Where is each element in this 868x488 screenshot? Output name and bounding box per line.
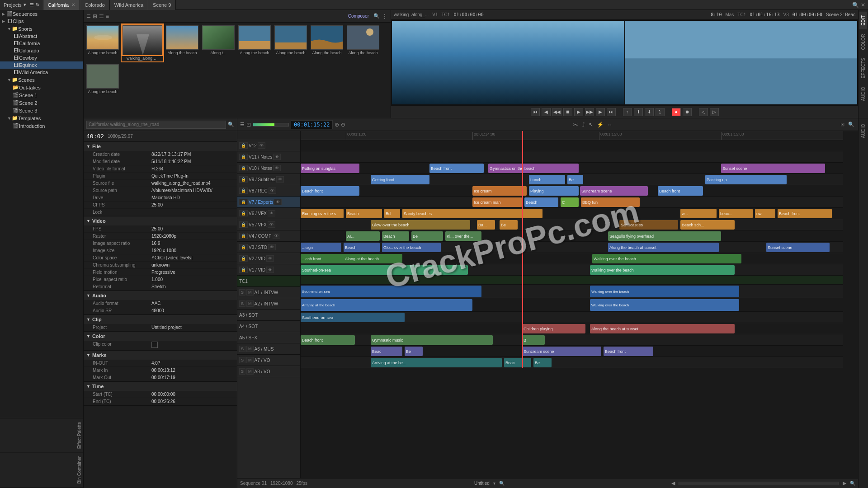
track-btn-eye-v3[interactable]: 👁 [268, 244, 276, 250]
icon-tl-scroll-right[interactable]: ▶ [843, 480, 846, 486]
track-btn-lock-v6[interactable]: 🔒 [239, 210, 248, 216]
clip-be-a6[interactable]: Be [405, 347, 423, 356]
clip-beach-sch[interactable]: Beach sch... [680, 220, 735, 230]
clip-suncream-a6[interactable]: Suncream scene [522, 347, 601, 356]
btn-audio-in[interactable]: ◁ [699, 108, 708, 116]
clip-sunset-scene[interactable]: Sunset scene [721, 164, 825, 173]
clip-beac-a7[interactable]: Beac [504, 358, 531, 367]
clip-be[interactable]: Be [567, 175, 583, 184]
tab-edit[interactable]: EDIT [859, 12, 867, 29]
clip-item-beach7[interactable]: Along the beach [85, 63, 120, 95]
marks-section-header[interactable]: ▼ Marks [84, 351, 237, 360]
clip-item-beach1[interactable]: Along the beach [85, 24, 120, 61]
clip-beac-a6[interactable]: Beac [371, 347, 402, 356]
btn-mark-in[interactable]: ⏮ [531, 108, 540, 116]
sidebar-item-scene3[interactable]: 🎬 Scene 3 [0, 107, 83, 114]
icon-bin-menu[interactable]: ☰ [86, 13, 91, 19]
sidebar-sequences[interactable]: ▶ 🎬 Sequences [0, 10, 83, 18]
clip-be5[interactable]: Be [500, 220, 518, 230]
clip-playing[interactable]: Playing [529, 186, 579, 196]
track-btn-m-a2[interactable]: M [246, 300, 254, 307]
clip-beach-front-v8b[interactable]: Beach front [658, 186, 703, 196]
track-btn-eye-v2[interactable]: 👁 [266, 255, 274, 262]
file-section-header[interactable]: ▼ File [84, 142, 237, 151]
track-btn-m-a6[interactable]: M [246, 346, 254, 352]
time-section-header[interactable]: ▼ Time [84, 382, 237, 391]
clip-southed-on-sea-v1[interactable]: Southed-on-sea [301, 265, 468, 275]
btn-audio-out[interactable]: ▷ [710, 108, 719, 116]
clip-ba-v5[interactable]: Ba... [477, 220, 495, 230]
icon-dropdown[interactable]: ▾ [493, 481, 495, 486]
clip-beach-v4[interactable]: Beach [382, 231, 409, 241]
inspector-search-input[interactable] [86, 121, 226, 129]
track-btn-s-a6[interactable]: S [239, 346, 245, 352]
track-btn-eye-v7[interactable]: 👁 [274, 199, 282, 205]
clip-be-v4[interactable]: Be [411, 231, 443, 241]
icon-options-bin[interactable]: ⋮ [382, 13, 388, 20]
clip-beach-v3[interactable]: Beach [344, 243, 380, 252]
sidebar-item-templates[interactable]: ▼ 📁 Templates [0, 114, 83, 122]
clip-walking-beach-v2[interactable]: Walking over the beach [592, 254, 741, 263]
clip-sunset-scene-v3[interactable]: Sunset scene [766, 243, 830, 252]
track-btn-eye-v9[interactable]: 👁 [276, 176, 284, 183]
clip-bbq-fun[interactable]: BBQ fun [581, 197, 640, 207]
track-btn-eye-v4[interactable]: 👁 [273, 233, 280, 239]
clip-ice-cream[interactable]: Ice cream [472, 186, 527, 196]
icon-lift[interactable]: ⤴ [582, 122, 585, 128]
track-btn-s-a1[interactable]: S [239, 289, 245, 296]
video-section-header[interactable]: ▼ Video [84, 216, 237, 225]
tab-audio[interactable]: AUDIO [859, 83, 867, 105]
icon-cut[interactable]: ✂ [573, 121, 578, 128]
clip-along-beach-v2[interactable]: Along at the beach [344, 254, 402, 263]
sidebar-item-wildamerica[interactable]: 🎞 Wild America [0, 69, 83, 76]
audio-tab[interactable]: AUDIO [859, 120, 867, 142]
icon-razor[interactable]: ⚡ [597, 122, 604, 128]
clip-sandcastles[interactable]: Sandcastles [619, 220, 678, 230]
sidebar-item-scenes[interactable]: ▼ 📁 Scenes [0, 76, 83, 84]
track-btn-lock-v10[interactable]: 🔒 [239, 165, 248, 171]
btn-stop[interactable]: ⏹ [563, 108, 572, 116]
track-btn-eye-v12[interactable]: 👁 [258, 142, 265, 149]
projects-dropdown[interactable]: Projects ▾ ☰ ↻ [0, 0, 43, 10]
icon-tl-snap[interactable]: ⊡ [246, 122, 251, 128]
color-section-header[interactable]: ▼ Color [84, 332, 237, 341]
track-btn-eye-v11[interactable]: 👁 [273, 154, 281, 160]
clip-beach-front-v10[interactable]: Beach front [429, 164, 484, 173]
clip-c[interactable]: C [561, 197, 579, 207]
track-btn-eye-v10[interactable]: 👁 [273, 165, 281, 171]
track-btn-s-a8[interactable]: S [239, 368, 245, 375]
clip-beach-front-a6[interactable]: Beach front [604, 347, 653, 356]
sidebar-item-equinox[interactable]: 🎞 Equinox [0, 61, 83, 69]
track-btn-lock-v9[interactable]: 🔒 [239, 176, 248, 183]
sidebar-item-colorado[interactable]: 🎞 Colorado [0, 47, 83, 54]
track-btn-m-a8[interactable]: M [246, 368, 254, 375]
clip-gymnastics[interactable]: Gymnastics on the beach [488, 164, 579, 173]
track-btn-m-a7[interactable]: M [246, 357, 254, 363]
tab-wild-america[interactable]: Wild America [110, 0, 148, 10]
clip-glow[interactable]: Glow over the beach [371, 220, 470, 230]
icon-search[interactable]: 🔍 [852, 2, 859, 8]
clip-beach-front-v6[interactable]: Beach front [778, 209, 832, 218]
icon-slip[interactable]: ↔ [607, 122, 613, 128]
clip-lunch[interactable]: Lunch [529, 175, 565, 184]
icon-tl-menu[interactable]: ☰ [240, 122, 245, 127]
clip-glow-v3[interactable]: Glo... over the beach [382, 243, 441, 252]
sidebar-item-cowboy[interactable]: 🎞 Cowboy [0, 54, 83, 61]
icon-grid-view[interactable]: ⊞ [93, 13, 97, 19]
clip-item-beach3[interactable]: Along the beach [237, 24, 272, 61]
clip-seagulls[interactable]: Seagulls flying overhead [608, 231, 721, 241]
bin-container-tab[interactable]: Bin Container [0, 453, 83, 488]
clip-nw[interactable]: nw [755, 209, 775, 218]
clip-putting-sunglass[interactable]: Putting on sunglas [301, 164, 359, 173]
btn-play[interactable]: ▶ [574, 108, 583, 116]
sidebar-item-intro[interactable]: 🎬 Introduction [0, 122, 83, 130]
btn-play-rev[interactable]: ◀◀ [552, 108, 561, 116]
icon-tl-collapse[interactable]: ⊖ [341, 122, 345, 128]
clip-beach-front-a5[interactable]: Beach front [301, 335, 355, 345]
clip-beachv[interactable]: beac... [719, 209, 753, 218]
tab-close-california[interactable]: ✕ [71, 2, 75, 7]
clip-running[interactable]: Running over the s [301, 209, 344, 218]
track-btn-eye-v6[interactable]: 👁 [268, 210, 275, 216]
audio-section-header[interactable]: ▼ Audio [84, 291, 237, 300]
clip-beach-v6[interactable]: Beach [346, 209, 382, 218]
